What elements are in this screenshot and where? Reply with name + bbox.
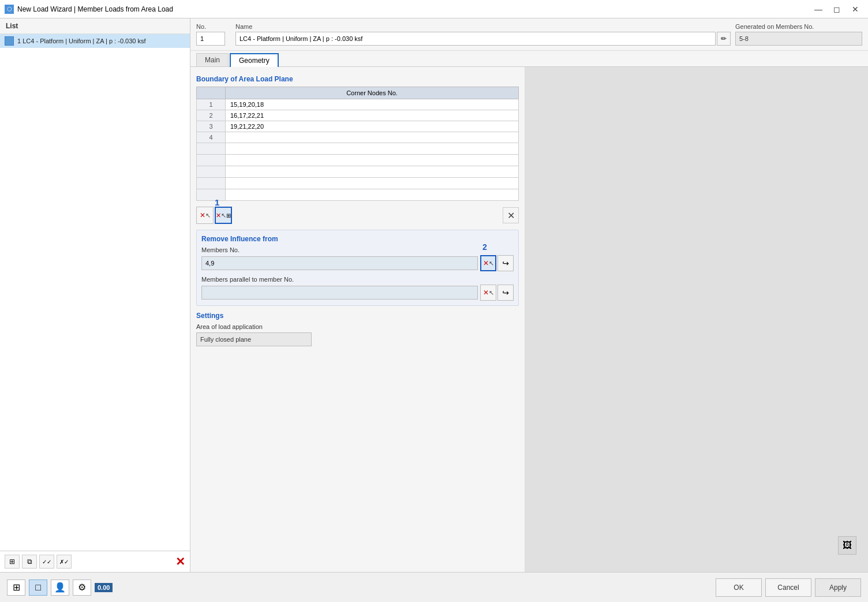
coordinate-value: 0.00 <box>98 584 110 591</box>
parallel-arrow-icon: ↖ <box>489 289 494 297</box>
title-bar-controls: ― ◻ ✕ <box>810 3 863 16</box>
copy-icon: ⧉ <box>27 558 32 566</box>
edit-name-button[interactable]: ✏ <box>717 32 731 46</box>
list-footer: ⊞ ⧉ ✓✓ ✗✓ ✕ <box>0 551 190 572</box>
undo-members-button[interactable]: ↩ <box>497 255 514 271</box>
undo-icon: ↩ <box>502 259 509 268</box>
no-field-group: No. <box>196 23 231 46</box>
table-row: 4 <box>197 132 519 143</box>
row-nodes-4[interactable] <box>226 132 519 143</box>
apply-button[interactable]: Apply <box>815 578 861 597</box>
table-row: 1 15,19,20,18 <box>197 99 519 110</box>
name-input-wrap: ✏ <box>235 32 731 46</box>
left-panel: List 1 LC4 - Platform | Uniform | ZA | p… <box>0 18 190 572</box>
tool-area: 1 ✕ ↖ ✕ ↖ ⊞ ✕ <box>196 207 519 224</box>
select-tool-button[interactable]: ✕ ↖ <box>196 207 214 224</box>
top-row: No. Name ✏ Generated on Members No. <box>190 18 868 51</box>
bottom-tool-4[interactable]: ⚙ <box>73 579 91 596</box>
bottom-tool-3[interactable]: 👤 <box>51 579 69 596</box>
undo-parallel-button[interactable]: ↩ <box>497 285 514 301</box>
close-button[interactable]: ✕ <box>847 3 863 16</box>
generated-label: Generated on Members No. <box>735 23 862 30</box>
row-nodes-3[interactable]: 19,21,22,20 <box>226 121 519 132</box>
select-x-icon: ✕ <box>216 212 221 219</box>
undo-parallel-icon: ↩ <box>502 288 509 297</box>
members-parallel-input-row: ✕ ↖ ↩ <box>201 285 514 301</box>
bottom-tool-2[interactable]: □ <box>29 579 47 596</box>
cursor-icon: ✕ <box>200 211 205 219</box>
boundary-section-header: Boundary of Area Load Plane <box>196 75 519 83</box>
tab-main[interactable]: Main <box>196 53 229 66</box>
no-input[interactable] <box>196 32 225 46</box>
table-icon: ⊞ <box>226 212 231 219</box>
parallel-action-button[interactable]: ✕ ↖ <box>480 285 496 301</box>
ok-button[interactable]: OK <box>716 578 762 597</box>
members-parallel-row: Members parallel to member No. ✕ ↖ ↩ <box>201 276 514 301</box>
col-no <box>197 87 226 99</box>
bottom-right-buttons: OK Cancel Apply <box>716 578 861 597</box>
bottom-toolbar: ⊞ □ 👤 ⚙ 0.00 OK Cancel Apply <box>0 572 868 602</box>
minimize-button[interactable]: ― <box>810 3 826 16</box>
generated-field-group: Generated on Members No. <box>735 23 862 46</box>
bottom-tool-1[interactable]: ⊞ <box>7 579 25 596</box>
bottom-left-tools: ⊞ □ 👤 ⚙ 0.00 <box>7 579 113 596</box>
settings-header: Settings <box>196 312 519 320</box>
viewport-area: 🖼 <box>525 67 868 572</box>
members-no-input-row: 2 ✕ ↖ ↩ <box>201 255 514 271</box>
add-list-button[interactable]: ⊞ <box>5 555 20 569</box>
members-parallel-label: Members parallel to member No. <box>201 276 514 283</box>
delete-list-button[interactable]: ✕ <box>175 555 185 569</box>
check-all-icon: ✓✓ <box>42 559 51 565</box>
uncheck-button[interactable]: ✗✓ <box>57 555 72 569</box>
row-nodes-2[interactable]: 16,17,22,21 <box>226 110 519 121</box>
list-item-text: 1 LC4 - Platform | Uniform | ZA | p : -0… <box>17 38 146 44</box>
square-icon: □ <box>35 582 41 593</box>
members-parallel-input[interactable] <box>201 286 478 300</box>
tool-area-num-label: 1 <box>215 197 219 207</box>
members-no-input[interactable] <box>201 256 478 270</box>
members-no-row: Members No. 2 ✕ ↖ ↩ <box>201 246 514 271</box>
coordinate-display: 0.00 <box>95 583 113 592</box>
parallel-btn-group: ✕ ↖ ↩ <box>480 285 514 301</box>
generated-input <box>735 32 862 46</box>
tab-geometry[interactable]: Geometry <box>230 53 279 67</box>
settings-section: Settings Area of load application <box>196 312 519 346</box>
cancel-button[interactable]: Cancel <box>765 578 811 597</box>
remove-arrow-icon: ↖ <box>489 260 494 267</box>
viewport-tool-button[interactable]: 🖼 <box>838 536 856 555</box>
app-icon: ⬡ <box>5 5 14 14</box>
window-title: New Load Wizard | Member Loads from Area… <box>17 5 173 13</box>
content-left: Boundary of Area Load Plane Corner Nodes… <box>190 67 525 572</box>
name-label: Name <box>235 23 731 30</box>
name-field-group: Name ✏ <box>235 23 731 46</box>
remove-section-header: Remove Influence from <box>201 235 514 243</box>
table-row-empty <box>197 178 519 189</box>
viewport-bottom-icon: 🖼 <box>838 536 856 555</box>
title-bar-left: ⬡ New Load Wizard | Member Loads from Ar… <box>5 5 173 14</box>
remove-members-button[interactable]: ✕ ↖ <box>480 255 496 271</box>
table-row-empty <box>197 189 519 201</box>
remove-influence-section: Remove Influence from Members No. 2 ✕ ↖ <box>196 230 519 306</box>
viewport-icon: 🖼 <box>843 540 852 551</box>
list-item[interactable]: 1 LC4 - Platform | Uniform | ZA | p : -0… <box>0 34 190 48</box>
table-row: 3 19,21,22,20 <box>197 121 519 132</box>
table-row: 2 16,17,22,21 <box>197 110 519 121</box>
area-dropdown-row <box>196 332 519 346</box>
restore-button[interactable]: ◻ <box>829 3 845 16</box>
person-icon: 👤 <box>54 582 66 593</box>
settings-icon: ⚙ <box>78 582 86 593</box>
list-footer-left: ⊞ ⧉ ✓✓ ✗✓ <box>5 555 72 569</box>
row-nodes-1[interactable]: 15,19,20,18 <box>226 99 519 110</box>
table-row-empty <box>197 166 519 178</box>
check-all-button[interactable]: ✓✓ <box>39 555 54 569</box>
row-no-2: 2 <box>197 110 226 121</box>
add-icon: ⊞ <box>9 558 15 566</box>
active-tool-button[interactable]: ✕ ↖ ⊞ <box>215 207 232 224</box>
copy-list-button[interactable]: ⧉ <box>22 555 37 569</box>
area-dropdown[interactable] <box>196 332 312 346</box>
area-label: Area of load application <box>196 323 519 330</box>
members-no-label: Members No. <box>201 246 514 253</box>
close-tool-button[interactable]: ✕ <box>503 207 519 223</box>
uncheck-icon: ✗✓ <box>59 559 69 565</box>
name-input[interactable] <box>235 32 716 46</box>
